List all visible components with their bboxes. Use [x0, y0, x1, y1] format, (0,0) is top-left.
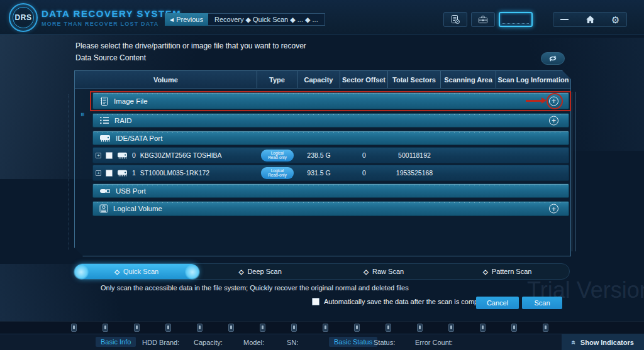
- sn-label: SN:: [287, 339, 298, 346]
- scan-description: Only scan the accessible data in the fil…: [101, 284, 409, 292]
- refresh-button[interactable]: [541, 52, 565, 65]
- raid-icon: [99, 116, 109, 124]
- column-header-total-sectors: Total Sectors: [387, 71, 440, 88]
- cancel-button[interactable]: Cancel: [476, 297, 519, 309]
- tab-raw-scan[interactable]: ◇ Raw Scan: [322, 264, 446, 279]
- minimize-icon: [560, 19, 569, 20]
- previous-button[interactable]: ◀ Previous: [165, 13, 208, 26]
- scan-button[interactable]: Scan: [522, 297, 562, 309]
- show-indicators-button[interactable]: « Show Indicators: [562, 334, 644, 350]
- row-label: Image File: [114, 97, 148, 105]
- row-image-file[interactable]: Image File +: [92, 92, 569, 109]
- hdd-icon: [117, 151, 128, 160]
- port-indicator-icon: [71, 324, 77, 332]
- diamond-icon: ◇: [483, 268, 488, 275]
- previous-button-label: Previous: [176, 16, 203, 23]
- minimize-button[interactable]: [553, 19, 575, 20]
- top-bar: DRS DATA RECOVERY SYSTEM MORE THAN RECOV…: [0, 0, 644, 35]
- port-indicator-icon: [197, 324, 203, 332]
- add-raid-button[interactable]: +: [549, 116, 558, 125]
- port-indicator-icon: [480, 324, 486, 332]
- port-indicator-icon: [323, 324, 328, 332]
- diamond-icon: ◇: [364, 268, 369, 275]
- app-title-block: DATA RECOVERY SYSTEM MORE THAN RECOVER L…: [42, 8, 181, 27]
- scrollbar-track: [572, 92, 576, 251]
- port-indicator-icon: [511, 324, 517, 332]
- badge-line: Read-only: [268, 155, 287, 160]
- home-button[interactable]: [579, 15, 601, 24]
- drive-capacity: 238.5 G: [297, 151, 340, 159]
- app-subtitle: MORE THAN RECOVER LOST DATA: [42, 21, 181, 27]
- drive-index: 1: [132, 169, 136, 177]
- tab-basic-status[interactable]: Basic Status: [329, 337, 377, 347]
- drive-checkbox[interactable]: [106, 170, 113, 177]
- port-indicator-icon: [386, 324, 391, 332]
- drive-volume-cell: + 1 ST1000LM035-1RK172: [93, 169, 257, 177]
- tab-deep-scan[interactable]: ◇ Deep Scan: [199, 264, 323, 279]
- status-bar: Basic Info HDD Brand: Capacity: Model: S…: [0, 334, 644, 350]
- row-label: IDE/SATA Port: [116, 134, 162, 142]
- instruction-text: Please select the drive/partition or ima…: [75, 41, 306, 50]
- app-window: DRS DATA RECOVERY SYSTEM MORE THAN RECOV…: [0, 0, 644, 350]
- port-indicator-icon: [228, 324, 234, 332]
- drive-row-1[interactable]: + 1 ST1000LM035-1RK172 Logical Read-only…: [92, 165, 569, 181]
- badge-line: Read-only: [268, 173, 287, 177]
- port-indicator-icon: [291, 324, 297, 332]
- port-indicator-icons: [71, 324, 548, 332]
- expand-marker-icon[interactable]: ≡: [79, 113, 86, 117]
- drive-type-badge: Logical Read-only: [261, 150, 294, 161]
- hdd-icon: [99, 134, 111, 143]
- column-header-scanning-area: Scanning Area: [440, 71, 496, 88]
- expand-drive-button[interactable]: +: [96, 170, 101, 176]
- row-usb-port[interactable]: USB Port: [92, 183, 569, 198]
- autosave-option: Automatically save the data after the sc…: [312, 298, 489, 305]
- row-ide-sata-port[interactable]: IDE/SATA Port: [92, 131, 569, 145]
- tab-basic-info[interactable]: Basic Info: [96, 337, 136, 347]
- logo-text: DRS: [13, 7, 34, 28]
- row-label: Logical Volume: [113, 205, 162, 212]
- section-title: Data Source Content: [75, 53, 146, 62]
- drive-index: 0: [132, 151, 136, 159]
- toolbox-button[interactable]: [471, 12, 495, 27]
- status-label: Status:: [374, 339, 395, 346]
- usb-icon: [99, 188, 111, 194]
- drive-sector-offset: 0: [340, 169, 388, 177]
- drive-type-badge: Logical Read-only: [261, 167, 294, 179]
- indicator-strip: [0, 321, 644, 334]
- row-label: USB Port: [116, 187, 146, 195]
- expand-drive-button[interactable]: +: [96, 153, 101, 158]
- add-image-file-button[interactable]: +: [549, 96, 558, 106]
- row-logical-volume[interactable]: Logical Volume +: [92, 201, 569, 216]
- drive-checkbox[interactable]: [106, 152, 113, 159]
- annotation-red-arrow: [526, 100, 542, 102]
- gear-icon: ⚙: [611, 15, 619, 25]
- port-indicator-icon: [165, 324, 171, 332]
- settings-button[interactable]: ⚙: [604, 15, 626, 25]
- drive-sector-offset: 0: [340, 151, 388, 159]
- tab-quick-scan[interactable]: ◇ Quick Scan: [75, 264, 199, 279]
- row-label: RAID: [114, 117, 131, 124]
- diamond-icon: ◇: [114, 268, 119, 275]
- report-icon: [450, 14, 460, 25]
- app-logo: DRS: [9, 3, 38, 32]
- table-header-row: Volume Type Capacity Sector Offset Total…: [75, 71, 570, 89]
- port-indicator-icon: [448, 324, 454, 332]
- report-button[interactable]: [443, 12, 467, 27]
- toolbox-icon: [478, 15, 488, 24]
- image-file-icon: [99, 96, 109, 106]
- badge-line: Logical: [271, 168, 284, 173]
- refresh-icon: [547, 55, 558, 62]
- add-logical-volume-button[interactable]: +: [549, 204, 558, 214]
- scan-mode-tabs: ◇ Quick Scan ◇ Deep Scan ◇ Raw Scan ◇ Pa…: [74, 263, 570, 280]
- port-indicator-icon: [354, 324, 360, 332]
- column-header-scan-log: Scan Log Information: [496, 71, 570, 88]
- drive-total-sectors: 500118192: [388, 151, 441, 159]
- frame-rail: [69, 94, 70, 250]
- drive-row-0[interactable]: + 0 KBG30ZMT256G TOSHIBA Logical Read-on…: [92, 147, 569, 163]
- autosave-checkbox[interactable]: [312, 298, 319, 305]
- error-count-label: Error Count:: [415, 339, 453, 346]
- row-raid[interactable]: RAID +: [92, 113, 569, 128]
- tab-label: Pattern Scan: [492, 268, 532, 275]
- highlighted-indicator-button[interactable]: [499, 12, 533, 27]
- tab-label: Quick Scan: [123, 268, 158, 275]
